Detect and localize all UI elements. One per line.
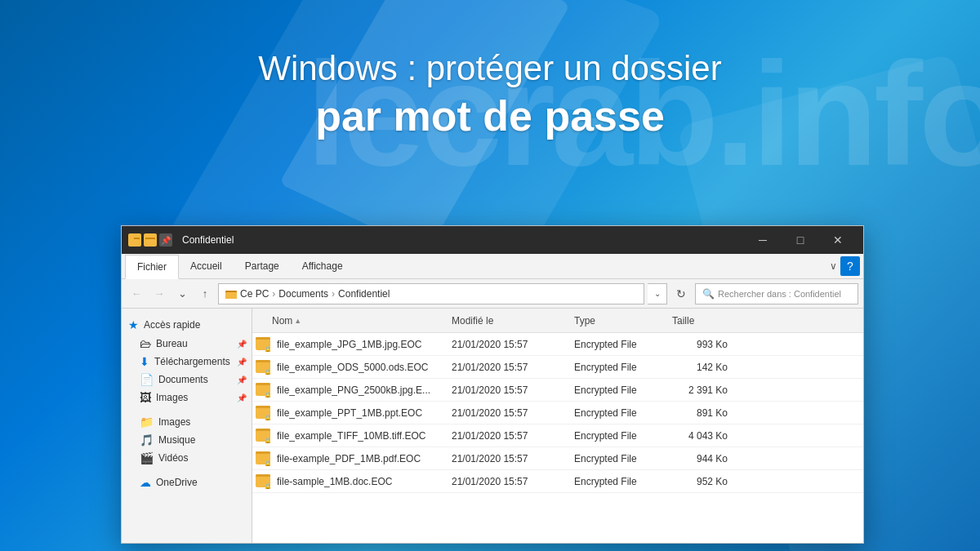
forward-button[interactable]: → [149,284,169,304]
pin-icon-documents: 📌 [237,375,247,384]
file-list-header: Nom ▲ Modifié le Type Taille [252,309,863,333]
file-cell-name: 🔒 file_example_PNG_2500kB.jpg.E... [256,383,452,398]
minimize-button[interactable]: ─ [744,226,782,254]
table-row[interactable]: 🔒 file_example_PPT_1MB.ppt.EOC 21/01/202… [252,402,863,424]
refresh-button[interactable]: ↻ [670,283,692,304]
address-path[interactable]: Ce PC › Documents › Confidentiel [218,283,644,304]
table-row[interactable]: 🔒 file-sample_1MB.doc.EOC 21/01/2020 15:… [252,470,863,493]
file-cell-modified: 21/01/2020 15:57 [452,453,574,464]
lock-icon: 🔒 [264,346,272,352]
sidebar-item-documents[interactable]: 📄 Documents 📌 [122,371,252,389]
svg-rect-18 [256,451,270,454]
ribbon-collapse-icon[interactable]: ∨ [830,260,837,272]
svg-rect-8 [256,337,270,340]
main-area: ★ Accès rapide 🗁 Bureau 📌 ⬇ Téléchargeme… [122,309,863,543]
folder-bureau-icon: 🗁 [140,337,151,350]
table-row[interactable]: 🔒 file_example_TIFF_10MB.tiff.EOC 21/01/… [252,424,863,447]
lock-icon: 🔒 [264,369,272,375]
file-cell-modified: 21/01/2020 15:57 [452,407,574,419]
sidebar-item-label-videos: Vidéos [158,452,188,464]
file-icon: 🔒 [256,451,270,466]
file-cell-type: Encrypted File [574,407,672,419]
explorer-window: 📌 Confidentiel ─ □ ✕ Fichier Accueil Par… [121,225,864,544]
titlebar-icons: 📌 [128,233,172,247]
sidebar-item-bureau[interactable]: 🗁 Bureau 📌 [122,335,252,353]
file-cell-size: 142 Ko [672,362,737,373]
titlebar-title: Confidentiel [182,234,234,246]
up-button[interactable]: ↑ [195,284,215,304]
col-header-name[interactable]: Nom ▲ [256,315,452,327]
file-list: Nom ▲ Modifié le Type Taille [252,309,863,543]
pin-icon-telechargements: 📌 [237,358,247,367]
sidebar-item-images[interactable]: 📁 Images [122,413,252,431]
tab-fichier[interactable]: Fichier [125,255,179,279]
file-cell-name: 🔒 file_example_PPT_1MB.ppt.EOC [256,406,452,420]
tab-partage[interactable]: Partage [234,254,291,278]
sidebar-item-label-telechargements: Téléchargements [154,356,230,367]
sidebar-item-label-documents: Documents [158,374,208,385]
lock-icon: 🔒 [264,415,272,420]
lock-icon: 🔒 [264,460,272,466]
pin-icon-bureau: 📌 [237,340,247,349]
table-row[interactable]: 🔒 file-example_PDF_1MB.pdf.EOC 21/01/202… [252,447,863,470]
table-row[interactable]: 🔒 file_example_PNG_2500kB.jpg.E... 21/01… [252,379,863,402]
svg-rect-4 [145,239,155,244]
file-rows-container: 🔒 file_example_JPG_1MB.jpg.EOC 21/01/202… [252,333,863,493]
svg-rect-6 [225,292,237,299]
back-button[interactable]: ← [127,284,146,304]
sidebar-item-musique[interactable]: 🎵 Musique [122,431,252,449]
search-box[interactable]: 🔍 Rechercher dans : Confidentiel [695,283,858,304]
sidebar-item-onedrive[interactable]: ☁ OneDrive [122,473,252,491]
file-name: file-example_PDF_1MB.pdf.EOC [277,453,421,464]
file-cell-type: Encrypted File [574,339,672,350]
table-row[interactable]: 🔒 file_example_ODS_5000.ods.EOC 21/01/20… [252,356,863,379]
quick-access-text: Accès rapide [144,319,200,331]
col-header-modified[interactable]: Modifié le [452,315,574,327]
dropdown-button[interactable]: ⌄ [172,284,192,304]
sidebar-item-telechargements[interactable]: ⬇ Téléchargements 📌 [122,353,252,371]
file-name: file_example_PPT_1MB.ppt.EOC [277,407,422,419]
file-cell-name: 🔒 file-example_PDF_1MB.pdf.EOC [256,451,452,466]
help-icon[interactable]: ? [840,256,860,276]
sidebar-item-images-pinned[interactable]: 🖼 Images 📌 [122,389,252,407]
file-cell-size: 4 043 Ko [672,430,737,442]
col-header-size[interactable]: Taille [672,315,737,327]
tab-affichage[interactable]: Affichage [291,254,354,278]
file-cell-size: 891 Ko [672,407,737,419]
titlebar-icon-pin: 📌 [159,233,172,247]
close-button[interactable]: ✕ [819,226,857,254]
file-cell-type: Encrypted File [574,362,672,373]
search-icon: 🔍 [702,288,715,300]
folder-images-pinned-icon: 🖼 [140,391,151,404]
path-part-0: Ce PC [240,288,269,300]
file-cell-modified: 21/01/2020 15:57 [452,430,574,442]
quick-access-label[interactable]: ★ Accès rapide [122,315,252,335]
pin-icon-images: 📌 [237,393,247,402]
path-dropdown[interactable]: ⌄ [648,283,667,304]
lock-icon: 🔒 [264,483,272,489]
titlebar-icon-folder1 [128,233,141,247]
addressbar: ← → ⌄ ↑ Ce PC › Documents › Confidentiel… [122,279,863,309]
file-cell-type: Encrypted File [574,430,672,442]
onedrive-icon: ☁ [140,476,151,489]
table-row[interactable]: 🔒 file_example_JPG_1MB.jpg.EOC 21/01/202… [252,333,863,356]
sidebar-item-label-images-pinned: Images [156,392,188,403]
titlebar: 📌 Confidentiel ─ □ ✕ [122,226,863,254]
svg-rect-16 [256,429,270,431]
sidebar-item-videos[interactable]: 🎬 Vidéos [122,449,252,467]
maximize-button[interactable]: □ [782,226,819,254]
sidebar-item-label-onedrive: OneDrive [156,477,198,488]
folder-images-icon: 📁 [140,415,154,429]
svg-rect-10 [256,360,270,362]
sort-arrow-name: ▲ [294,317,301,325]
file-cell-name: 🔒 file-sample_1MB.doc.EOC [256,474,452,489]
col-header-type[interactable]: Type [574,315,672,327]
tab-accueil[interactable]: Accueil [179,254,234,278]
file-name: file_example_PNG_2500kB.jpg.E... [277,384,430,396]
file-cell-size: 944 Ko [672,453,737,464]
lock-icon: 🔒 [264,438,272,443]
file-cell-name: 🔒 file_example_JPG_1MB.jpg.EOC [256,337,452,352]
ribbon-tabs: Fichier Accueil Partage Affichage ∨ ? [122,254,863,278]
search-placeholder: Rechercher dans : Confidentiel [718,289,841,299]
title-line1: Windows : protéger un dossier [0,49,980,88]
